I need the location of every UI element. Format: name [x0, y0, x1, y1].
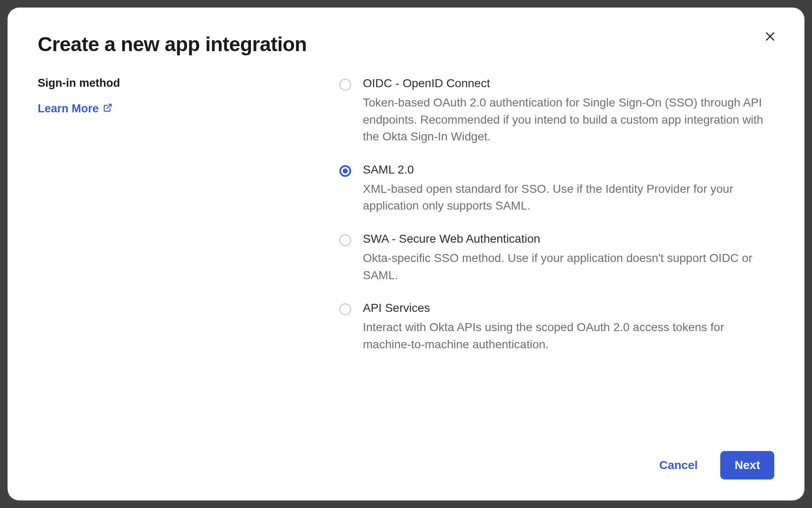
radio-description: Token-based OAuth 2.0 authentication for…	[363, 94, 774, 145]
modal-title: Create a new app integration	[38, 33, 774, 56]
radio-option-swa[interactable]: SWA - Secure Web Authentication Okta-spe…	[339, 232, 774, 284]
radio-description: XML-based open standard for SSO. Use if …	[363, 181, 774, 215]
radio-content: SWA - Secure Web Authentication Okta-spe…	[363, 232, 774, 284]
right-column: OIDC - OpenID Connect Token-based OAuth …	[339, 77, 774, 434]
radio-option-oidc[interactable]: OIDC - OpenID Connect Token-based OAuth …	[339, 77, 774, 145]
external-link-icon	[103, 102, 112, 115]
modal-body: Sign-in method Learn More	[38, 77, 774, 434]
radio-title: OIDC - OpenID Connect	[363, 77, 774, 90]
next-button[interactable]: Next	[720, 451, 774, 479]
radio-title: SAML 2.0	[363, 163, 774, 176]
section-label: Sign-in method	[38, 77, 323, 90]
radio-input-swa[interactable]	[339, 234, 351, 246]
modal-backdrop: Create a new app integration Sign-in met…	[0, 0, 812, 508]
learn-more-text: Learn More	[38, 102, 99, 115]
radio-description: Okta-specific SSO method. Use if your ap…	[363, 250, 774, 284]
radio-content: SAML 2.0 XML-based open standard for SSO…	[363, 163, 774, 215]
radio-option-saml[interactable]: SAML 2.0 XML-based open standard for SSO…	[339, 163, 774, 215]
close-icon	[765, 31, 776, 43]
radio-content: OIDC - OpenID Connect Token-based OAuth …	[363, 77, 774, 145]
left-column: Sign-in method Learn More	[38, 77, 323, 434]
cancel-button[interactable]: Cancel	[649, 452, 708, 479]
radio-title: API Services	[363, 301, 774, 315]
radio-option-api-services[interactable]: API Services Interact with Okta APIs usi…	[339, 301, 774, 353]
radio-input-api-services[interactable]	[339, 303, 351, 315]
radio-input-saml[interactable]	[339, 165, 351, 177]
close-button[interactable]	[762, 29, 778, 45]
radio-title: SWA - Secure Web Authentication	[363, 232, 774, 246]
svg-line-2	[107, 104, 111, 109]
modal-header: Create a new app integration	[38, 33, 774, 56]
create-app-integration-modal: Create a new app integration Sign-in met…	[8, 8, 804, 500]
learn-more-link[interactable]: Learn More	[38, 102, 112, 115]
radio-content: API Services Interact with Okta APIs usi…	[363, 301, 774, 353]
radio-description: Interact with Okta APIs using the scoped…	[363, 319, 774, 353]
radio-input-oidc[interactable]	[339, 79, 351, 91]
modal-footer: Cancel Next	[38, 451, 774, 479]
